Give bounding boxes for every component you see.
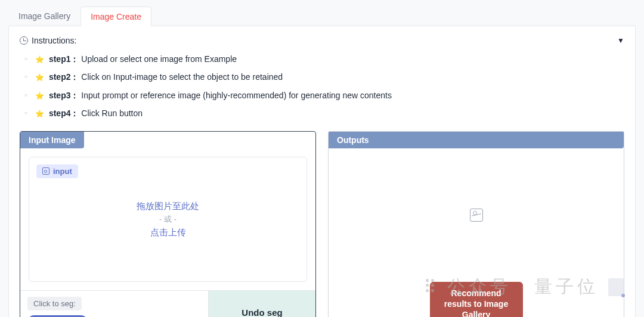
- seg-option-background[interactable]: background: [95, 315, 158, 317]
- image-placeholder-icon: [470, 209, 483, 222]
- tab-image-gallery[interactable]: Image Gallery: [8, 6, 80, 26]
- star-icon: ⭐: [35, 110, 44, 118]
- seg-label: Click to seg:: [27, 297, 82, 310]
- instructions-list: ⭐ step1： Upload or select one image from…: [20, 50, 624, 123]
- output-image-area: [329, 148, 624, 282]
- star-icon: ⭐: [35, 92, 44, 100]
- input-image-panel: Input Image input 拖放图片至此处 - 或 - 点击上传 Cli…: [20, 131, 316, 317]
- star-icon: ⭐: [35, 73, 44, 82]
- recommend-button[interactable]: Recommend results to Image Gallery: [430, 282, 523, 317]
- image-icon: [42, 167, 49, 175]
- undo-seg-button[interactable]: Undo seg: [208, 291, 315, 317]
- instructions-toggle[interactable]: Instructions: ▼: [20, 36, 624, 45]
- drop-zone-message: 拖放图片至此处 - 或 - 点击上传: [137, 198, 199, 240]
- instructions-step-2: ⭐ step2： Click on Input-image to select …: [20, 68, 624, 86]
- tab-image-create[interactable]: Image Create: [80, 7, 151, 26]
- instructions-title: Instructions:: [32, 36, 76, 45]
- upload-link[interactable]: 点击上传: [137, 225, 199, 240]
- tab-content: Instructions: ▼ ⭐ step1： Upload or selec…: [8, 26, 636, 317]
- outputs-header: Outputs: [329, 132, 624, 148]
- star-icon: ⭐: [35, 55, 44, 64]
- input-tag: input: [36, 164, 78, 178]
- instructions-icon: [20, 36, 28, 45]
- chevron-down-icon: ▼: [617, 36, 624, 45]
- seg-option-foreground[interactable]: foreground: [27, 315, 88, 317]
- instructions-step-4: ⭐ step4： Click Run button: [20, 104, 624, 122]
- outputs-panel: Outputs Recommend results to Image Galle…: [328, 131, 624, 317]
- instructions-step-3: ⭐ step3： Input prompt or reference image…: [20, 86, 624, 104]
- instructions-step-1: ⭐ step1： Upload or select one image from…: [20, 50, 624, 68]
- image-drop-zone[interactable]: input 拖放图片至此处 - 或 - 点击上传: [29, 157, 307, 282]
- input-image-header: Input Image: [20, 132, 84, 148]
- tabs-bar: Image Gallery Image Create: [8, 6, 636, 26]
